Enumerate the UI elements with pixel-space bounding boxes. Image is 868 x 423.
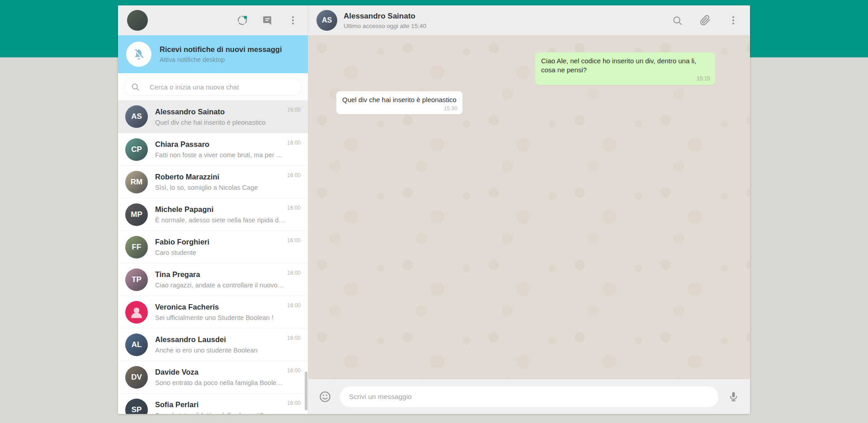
chat-list-item[interactable]: MP Michele Papagni È normale, adesso sie…: [118, 198, 308, 230]
chat-row-text: Chiara Passaro Fatti non foste a viver c…: [155, 140, 301, 159]
search-icon: [131, 83, 140, 91]
chat-preview: Anche io ero uno studente Boolean: [155, 347, 301, 354]
search-chat-icon[interactable]: [671, 14, 683, 26]
chat-preview: Quel div che hai inserito è pleonastico: [155, 119, 301, 126]
chat-time: 16:00: [287, 335, 301, 341]
banner-title: Ricevi notifiche di nuovi messaggi: [160, 45, 282, 54]
chat-name: Alessandro Lausdei: [155, 335, 301, 344]
chat-time: 16:00: [287, 270, 301, 276]
message-bubble: Quel div che hai inserito è pleonastico …: [336, 91, 462, 114]
chat-name: Tina Pregara: [155, 270, 301, 279]
chat-name: Alessandro Sainato: [155, 108, 301, 116]
chat-time: 16:00: [287, 367, 301, 374]
chat-list-item[interactable]: AL Alessandro Lausdei Anche io ero uno s…: [118, 328, 308, 361]
search-area: [118, 73, 308, 100]
whatsapp-window: Ricevi notifiche di nuovi messaggi Attiv…: [118, 5, 750, 414]
chat-preview: Sìsì, lo so, somiglio a Nicolas Cage: [155, 184, 301, 191]
attach-icon[interactable]: [699, 14, 711, 26]
chat-name: Chiara Passaro: [155, 140, 301, 149]
chat-avatar: DV: [125, 366, 148, 389]
search-input[interactable]: [150, 83, 295, 91]
new-chat-icon[interactable]: [262, 14, 274, 26]
chat-avatar: TP: [125, 268, 148, 291]
message-text: Quel div che hai inserito è pleonastico: [342, 96, 457, 103]
chat-name: Fabio Forghieri: [155, 238, 301, 246]
chat-preview: Sono la tutor didattica della classe #2: [155, 412, 301, 414]
chat-row-text: Davide Voza Sono entrato da poco nella f…: [155, 368, 301, 386]
menu-icon[interactable]: [727, 14, 739, 26]
chat-row-text: Alessandro Sainato Quel div che hai inse…: [155, 108, 301, 126]
chat-time: 16:00: [287, 107, 301, 113]
chat-avatar: SP: [125, 399, 148, 414]
chat-name: Roberto Marazzini: [155, 173, 301, 181]
composer-bar: [308, 379, 750, 414]
sidebar: Ricevi notifiche di nuovi messaggi Attiv…: [118, 5, 308, 414]
message-input[interactable]: [349, 393, 709, 401]
emoji-icon[interactable]: [318, 390, 332, 404]
chat-list-item[interactable]: AS Alessandro Sainato Quel div che hai i…: [118, 100, 308, 133]
chat-panel: AS Alessandro Sainato Ultimo accesso ogg…: [308, 5, 750, 414]
chat-avatar: AL: [125, 334, 148, 356]
chat-list-item[interactable]: TP Tina Pregara Ciao ragazzi, andate a c…: [118, 263, 308, 296]
chat-avatar: [125, 301, 148, 324]
chat-avatar: CP: [125, 138, 148, 161]
contact-info[interactable]: Alessandro Sainato Ultimo accesso oggi a…: [344, 12, 426, 29]
message-time: 15:15: [697, 75, 710, 82]
message-bubble: Ciao Ale, nel codice ho inserito un div,…: [535, 52, 715, 85]
chat-avatar: RM: [125, 171, 148, 193]
message-text: Ciao Ale, nel codice ho inserito un div,…: [541, 57, 696, 74]
chat-preview: Caro studente: [155, 249, 301, 256]
menu-icon[interactable]: [287, 14, 299, 26]
chat-name: Veronica Facheris: [155, 303, 301, 311]
chat-preview: Sei ufficialmente uno Studente Boolean !: [155, 314, 301, 321]
chat-list-item[interactable]: Veronica Facheris Sei ufficialmente uno …: [118, 296, 308, 328]
chat-name: Sofia Perlari: [155, 400, 301, 409]
chat-name: Michele Papagni: [155, 205, 301, 214]
contact-last-seen: Ultimo accesso oggi alle 15:40: [344, 23, 426, 29]
mic-icon[interactable]: [726, 390, 740, 404]
notifications-banner[interactable]: Ricevi notifiche di nuovi messaggi Attiv…: [118, 35, 308, 73]
chat-list-item[interactable]: RM Roberto Marazzini Sìsì, lo so, somigl…: [118, 165, 308, 198]
chat-avatar: AS: [125, 105, 148, 128]
contact-avatar[interactable]: AS: [316, 10, 337, 31]
chat-time: 16:00: [287, 302, 301, 309]
chat-avatar: MP: [125, 203, 148, 226]
bell-muted-icon: [126, 42, 151, 67]
banner-subtitle: Attiva notifiche desktop: [160, 56, 282, 63]
chat-list-scrollbar-thumb[interactable]: [305, 371, 307, 410]
chat-row-text: Roberto Marazzini Sìsì, lo so, somiglio …: [155, 173, 301, 191]
chat-row-text: Michele Papagni È normale, adesso siete …: [155, 205, 301, 224]
chat-row-text: Sofia Perlari Sono la tutor didattica de…: [155, 400, 301, 414]
message-row: Ciao Ale, nel codice ho inserito un div,…: [336, 52, 715, 85]
chat-preview: Ciao ragazzi, andate a controllare il nu…: [155, 282, 301, 289]
contact-name: Alessandro Sainato: [344, 12, 426, 21]
profile-avatar[interactable]: [127, 10, 148, 31]
banner-text: Ricevi notifiche di nuovi messaggi Attiv…: [160, 45, 282, 63]
chat-list-item[interactable]: SP Sofia Perlari Sono la tutor didattica…: [118, 393, 308, 414]
chat-list-item[interactable]: FF Fabio Forghieri Caro studente 16:00: [118, 230, 308, 263]
chat-list-item[interactable]: DV Davide Voza Sono entrato da poco nell…: [118, 361, 308, 393]
sidebar-header: [118, 5, 308, 35]
chat-time: 16:00: [287, 205, 301, 211]
chat-name: Davide Voza: [155, 368, 301, 376]
chat-row-text: Veronica Facheris Sei ufficialmente uno …: [155, 303, 301, 321]
message-row: Quel div che hai inserito è pleonastico …: [336, 91, 715, 114]
chat-row-text: Tina Pregara Ciao ragazzi, andate a cont…: [155, 270, 301, 289]
status-icon[interactable]: [236, 14, 248, 26]
chat-list-item[interactable]: CP Chiara Passaro Fatti non foste a vive…: [118, 133, 308, 165]
message-area: Ciao Ale, nel codice ho inserito un div,…: [308, 35, 750, 379]
chat-preview: Sono entrato da poco nella famiglia Bool…: [155, 379, 301, 386]
chat-row-text: Fabio Forghieri Caro studente: [155, 238, 301, 256]
message-input-pill: [340, 386, 718, 407]
chat-preview: Fatti non foste a viver come bruti, ma p…: [155, 151, 301, 159]
message-time: 15:30: [444, 105, 458, 112]
chat-list: AS Alessandro Sainato Quel div che hai i…: [118, 100, 308, 414]
chat-time: 16:00: [287, 172, 301, 179]
search-pill: [124, 78, 302, 96]
chat-header: AS Alessandro Sainato Ultimo accesso ogg…: [308, 5, 750, 35]
chat-row-text: Alessandro Lausdei Anche io ero uno stud…: [155, 335, 301, 354]
chat-preview: È normale, adesso siete nella fase ripid…: [155, 216, 301, 224]
chat-avatar: FF: [125, 236, 148, 258]
chat-time: 16:00: [287, 140, 301, 146]
chat-time: 16:00: [287, 400, 301, 406]
